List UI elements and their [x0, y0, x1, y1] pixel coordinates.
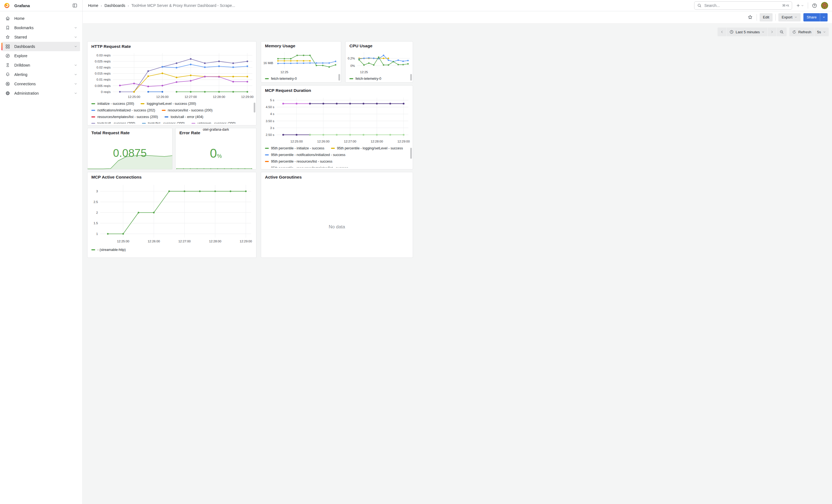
sidebar-item-home[interactable]: Home — [2, 14, 80, 23]
svg-text:4 s: 4 s — [270, 112, 275, 115]
sidebar-item-label: Starred — [14, 35, 27, 39]
legend-item[interactable]: fetch-telemetry-0 — [265, 77, 297, 81]
breadcrumb-separator: › — [101, 4, 102, 8]
panel-title[interactable]: MCP Active Connections — [87, 172, 256, 182]
breadcrumb-item[interactable]: Home — [88, 3, 98, 8]
legend-item[interactable]: tools/call - success (200) — [92, 122, 135, 124]
duration-legend: 95th percentile - initialize - success95… — [261, 144, 413, 167]
panel-total-request-rate: Total Request Rate 0.0875 — [87, 128, 173, 169]
chevron-down-icon[interactable] — [74, 82, 77, 85]
legend-swatch — [92, 103, 95, 104]
bookmark-icon — [5, 25, 10, 30]
svg-text:2: 2 — [96, 211, 98, 214]
chevron-down-icon[interactable] — [74, 63, 77, 67]
legend-swatch — [142, 123, 146, 124]
legend-item[interactable]: resources/templates/list - success (200) — [92, 115, 158, 119]
grafana-logo[interactable] — [4, 2, 10, 8]
sidebar-item-administration[interactable]: Administration — [2, 88, 80, 98]
breadcrumb-item[interactable]: Dashboards — [105, 3, 126, 8]
stat-value-wrap: 0 % — [176, 137, 256, 169]
legend-item[interactable]: 95th percentile - notifications/initiali… — [265, 153, 345, 157]
svg-text:12:27:00: 12:27:00 — [185, 95, 197, 99]
panel-title[interactable]: Memory Usage — [261, 42, 341, 50]
legend-label: fetch-telemetry-0 — [356, 77, 381, 81]
legend-scrollbar[interactable] — [410, 74, 412, 81]
sidebar-item-label: Connections — [14, 82, 36, 86]
legend-label: tools/call - success (200) — [97, 122, 135, 124]
nav-brand-section: Grafana — [0, 0, 82, 11]
svg-text:0.005 req/s: 0.005 req/s — [95, 84, 111, 87]
legend-swatch — [162, 110, 166, 111]
svg-text:2.5: 2.5 — [94, 200, 98, 204]
sidebar-item-dashboards[interactable]: Dashboards — [2, 42, 80, 51]
legend-scrollbar[interactable] — [338, 74, 340, 81]
sidebar-item-bookmarks[interactable]: Bookmarks — [2, 23, 80, 32]
legend-scrollbar[interactable] — [254, 103, 255, 112]
chevron-down-icon[interactable] — [74, 45, 77, 48]
legend-item[interactable]: logging/setLevel - success (200) — [140, 102, 196, 106]
panel-title[interactable]: CPU Usage — [345, 42, 413, 50]
legend-item[interactable]: 95th percentile - resources/list - succe… — [265, 160, 332, 163]
mcp-request-duration-chart[interactable]: 2.50 s3 s3.50 s4 s4.50 s5 s12:25:0012:26… — [261, 95, 413, 144]
legend-row: notifications/initialized - success (202… — [92, 107, 252, 114]
http-request-rate-chart[interactable]: 0 req/s0.005 req/s0.01 req/s0.015 req/s0… — [87, 51, 256, 100]
mcp-active-connections-chart[interactable]: 11.522.5312:25:0012:26:0012:27:0012:28:0… — [87, 182, 256, 245]
sidebar-item-label: Bookmarks — [14, 26, 33, 30]
legend-item[interactable]: resources/list - success (200) — [162, 108, 213, 112]
svg-text:5 s: 5 s — [270, 99, 275, 102]
sidebar-item-label: Dashboards — [14, 44, 35, 49]
svg-text:1: 1 — [96, 232, 98, 236]
chevron-down-icon[interactable] — [74, 73, 77, 76]
legend-item[interactable]: tools/call - error (404) — [164, 115, 203, 119]
legend-label: resources/templates/list - success (200) — [97, 115, 158, 119]
breadcrumb-item[interactable]: ToolHive MCP Server & Proxy Runner Dashb… — [131, 3, 235, 8]
svg-text:12:28:00: 12:28:00 — [209, 240, 222, 243]
svg-text:0.025 req/s: 0.025 req/s — [95, 60, 111, 63]
sidebar-item-connections[interactable]: Connections — [2, 79, 80, 88]
legend-row: 95th percentile - resources/templates/li… — [265, 165, 409, 167]
sidebar-item-starred[interactable]: Starred — [2, 32, 80, 42]
legend-swatch — [92, 116, 95, 117]
svg-text:4.50 s: 4.50 s — [266, 105, 275, 109]
http-legend: initialize - success (200)logging/setLev… — [87, 100, 256, 124]
sidebar-item-alerting[interactable]: Alerting — [2, 70, 80, 79]
panel-error-rate: Error Rate 0 % — [175, 128, 256, 169]
legend-label: 95th percentile - resources/list - succe… — [271, 160, 332, 163]
cpu-usage-chart[interactable]: 0.2%0%12:25 — [345, 50, 413, 74]
legend-item[interactable]: 95th percentile - resources/templates/li… — [265, 166, 348, 167]
panel-cpu-usage: CPU Usage 0.2%0%12:25 fetch-telemetry-0 — [345, 41, 413, 82]
legend-swatch — [140, 103, 145, 104]
legend-item[interactable]: initialize - success (200) — [92, 102, 134, 106]
svg-text:12:26:00: 12:26:00 — [317, 140, 330, 143]
sidebar-item-drilldown[interactable]: Drilldown — [2, 60, 80, 70]
svg-text:12:28:00: 12:28:00 — [213, 95, 225, 99]
sidebar-collapse-icon[interactable] — [71, 1, 78, 10]
legend-item[interactable]: - (streamable-http) — [92, 248, 126, 252]
chevron-down-icon[interactable] — [74, 35, 77, 39]
legend-item[interactable]: tools/list - success (200) — [142, 122, 185, 124]
panel-title[interactable]: MCP Request Duration — [261, 85, 413, 95]
legend-item[interactable]: unknown - success (200) — [191, 122, 236, 124]
panel-title[interactable]: HTTP Request Rate — [87, 42, 256, 51]
chevron-down-icon[interactable] — [74, 26, 77, 29]
memory-usage-chart[interactable]: 16 MiB12:25 — [261, 50, 341, 74]
legend-row: - (streamable-http) — [92, 246, 252, 252]
legend-item[interactable]: 95th percentile - logging/setLevel - suc… — [331, 147, 403, 150]
sidebar-item-explore[interactable]: Explore — [2, 51, 80, 60]
legend-item[interactable]: notifications/initialized - success (202… — [92, 108, 155, 112]
error-rate-value: 0 — [210, 146, 217, 161]
chevron-down-icon[interactable] — [74, 91, 77, 95]
panel-title[interactable]: Total Request Rate — [87, 128, 172, 137]
legend-item[interactable]: fetch-telemetry-0 — [349, 77, 381, 81]
svg-text:3.50 s: 3.50 s — [266, 120, 275, 123]
legend-scrollbar[interactable] — [410, 148, 412, 159]
plug-icon — [5, 81, 10, 86]
legend-item[interactable]: 95th percentile - initialize - success — [265, 147, 324, 150]
legend-row: 95th percentile - initialize - success95… — [265, 145, 409, 152]
svg-text:0%: 0% — [350, 64, 355, 68]
sidebar-item-label: Alerting — [14, 72, 27, 77]
svg-text:12:27:00: 12:27:00 — [344, 140, 356, 143]
panel-title[interactable]: Active Goroutines — [261, 172, 413, 182]
datasource-tooltip: otel-grafana-dark — [203, 128, 229, 132]
legend-label: 95th percentile - initialize - success — [271, 147, 324, 150]
